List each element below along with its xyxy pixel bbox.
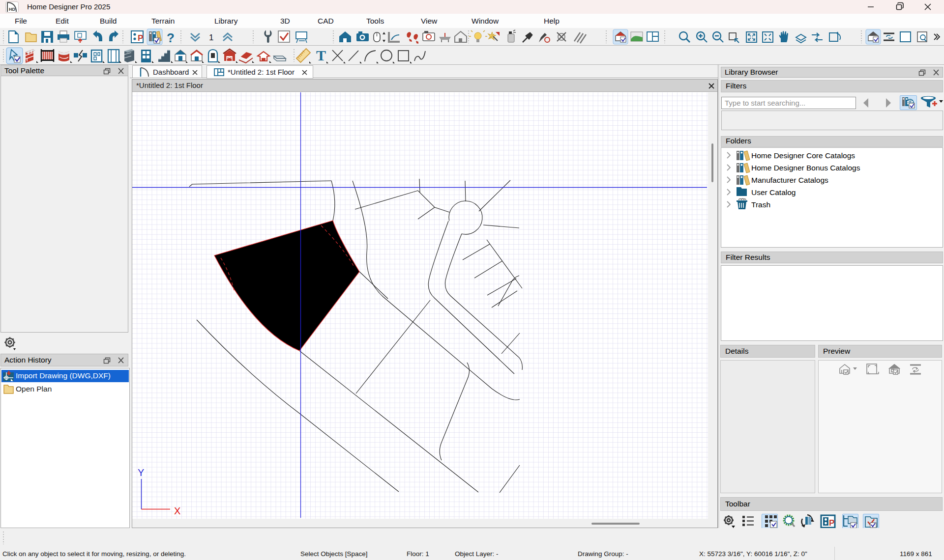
svg-text:Manufacturer Catalogs: Manufacturer Catalogs [751, 176, 828, 184]
svg-text:?: ? [167, 30, 175, 45]
svg-text:Trash: Trash [751, 200, 770, 209]
svg-text:P: P [138, 33, 143, 43]
svg-text:P: P [829, 518, 834, 528]
svg-text:X: X [174, 505, 180, 516]
svg-text:T: T [316, 47, 326, 63]
svg-text:1: 1 [209, 33, 213, 42]
svg-text:Home Designer Core Catalogs: Home Designer Core Catalogs [751, 151, 855, 160]
svg-text:User Catalog: User Catalog [751, 188, 796, 196]
svg-text:HD: HD [9, 7, 15, 12]
svg-text:Y: Y [138, 467, 144, 478]
svg-text:Home Designer Bonus Catalogs: Home Designer Bonus Catalogs [751, 164, 860, 172]
